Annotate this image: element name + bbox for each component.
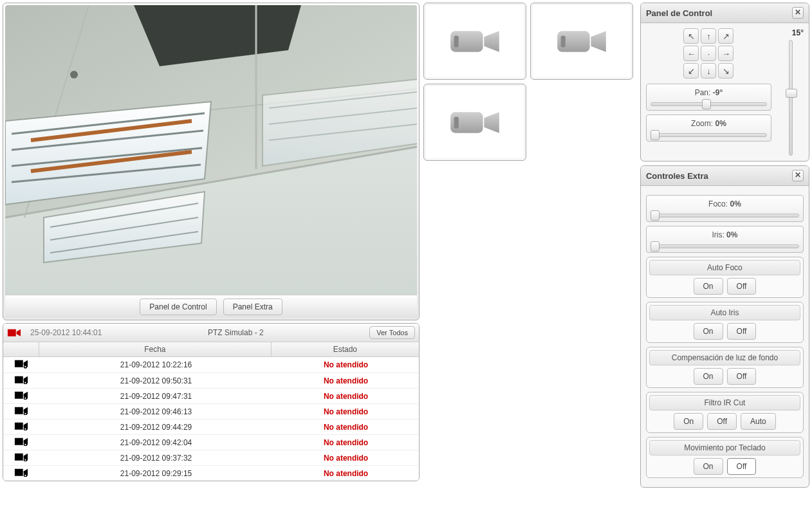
tilt-slider[interactable] [789, 40, 793, 156]
foco-slider[interactable] [651, 211, 799, 219]
zoom-value: 0% [715, 119, 726, 128]
auto-foco-on-button[interactable]: On [694, 278, 723, 295]
svg-marker-49 [484, 112, 499, 133]
svg-rect-42 [454, 35, 459, 47]
ptz-center-button[interactable]: · [701, 46, 716, 61]
table-row[interactable]: 21-09-2012 09:46:13No atendido [3, 403, 419, 419]
ptz-left-button[interactable]: ← [683, 46, 699, 61]
ptz-right-button[interactable]: → [718, 46, 734, 61]
keyboard-off-button[interactable]: Off [727, 458, 757, 475]
backlight-panel: Compensación de luz de fondo On Off [646, 347, 804, 388]
ptz-up-right-button[interactable]: ↗ [718, 28, 734, 44]
events-body: 21-09-2012 10:22:16No atendido21-09-2012… [3, 357, 419, 481]
event-date: 21-09-2012 09:44:29 [39, 423, 273, 432]
event-icon [3, 468, 39, 479]
svg-point-28 [24, 382, 26, 383]
extra-controls-close-icon[interactable]: ✕ [792, 170, 804, 181]
event-status: No atendido [273, 438, 419, 447]
zoom-label: Zoom: [691, 119, 713, 128]
zoom-slider[interactable] [651, 131, 767, 138]
table-row[interactable]: 21-09-2012 10:22:16No atendido [3, 357, 419, 373]
camera-icon [446, 105, 504, 140]
ircut-off-button[interactable]: Off [707, 413, 737, 430]
svg-marker-46 [591, 31, 605, 51]
foco-label: Foco: [708, 199, 728, 208]
event-date: 21-09-2012 09:47:31 [39, 392, 273, 401]
foco-control: Foco: 0% [646, 195, 804, 222]
iris-label: Iris: [712, 230, 724, 239]
keyboard-move-title: Movimiento por Teclado [649, 440, 800, 456]
auto-foco-title: Auto Foco [649, 260, 800, 275]
table-row[interactable]: 21-09-2012 09:42:04No atendido [3, 434, 419, 450]
auto-iris-title: Auto Iris [649, 305, 800, 320]
video-toolbar: Panel de Control Panel Extra [5, 295, 417, 318]
event-date: 21-09-2012 09:46:13 [39, 407, 273, 416]
table-row[interactable]: 21-09-2012 09:47:31No atendido [3, 388, 419, 403]
svg-point-34 [24, 428, 26, 429]
main-video-panel: Panel de Control Panel Extra [3, 3, 420, 320]
keyboard-on-button[interactable]: On [694, 458, 723, 475]
event-status: No atendido [273, 469, 419, 478]
keyboard-move-panel: Movimiento por Teclado On Off [646, 437, 804, 478]
main-video: Panel de Control Panel Extra [5, 5, 417, 318]
svg-marker-43 [484, 31, 499, 51]
ver-todos-button[interactable]: Ver Todos [369, 326, 415, 339]
table-row[interactable]: 21-09-2012 09:29:15No atendido [3, 465, 419, 481]
panel-extra-button[interactable]: Panel Extra [223, 299, 282, 315]
event-date: 21-09-2012 09:37:32 [39, 454, 273, 463]
svg-rect-45 [561, 35, 566, 47]
panel-control-button[interactable]: Panel de Control [140, 299, 216, 315]
pan-value: -9° [713, 88, 723, 97]
event-status: No atendido [273, 376, 419, 385]
ircut-panel: Filtro IR Cut On Off Auto [646, 392, 804, 433]
auto-foco-panel: Auto Foco On Off [646, 257, 804, 298]
ptz-down-right-button[interactable]: ↘ [718, 63, 734, 78]
auto-foco-off-button[interactable]: Off [727, 278, 757, 295]
camera-thumbnail[interactable] [530, 3, 633, 80]
zoom-control: Zoom: 0% [646, 115, 771, 142]
event-date: 21-09-2012 10:22:16 [39, 360, 273, 369]
ircut-title: Filtro IR Cut [649, 395, 800, 410]
event-status: No atendido [273, 454, 419, 463]
event-date: 21-09-2012 09:29:15 [39, 469, 273, 478]
pan-slider[interactable] [651, 100, 767, 107]
auto-iris-on-button[interactable]: On [694, 323, 723, 340]
backlight-off-button[interactable]: Off [727, 368, 757, 385]
event-status: No atendido [273, 407, 419, 416]
event-icon [3, 359, 39, 371]
table-row[interactable]: 21-09-2012 09:50:31No atendido [3, 373, 419, 388]
ptz-up-left-button[interactable]: ↖ [683, 28, 699, 44]
control-panel-close-icon[interactable]: ✕ [792, 7, 804, 19]
ptz-down-left-button[interactable]: ↙ [683, 63, 699, 78]
camera-icon [446, 24, 504, 59]
iris-value: 0% [726, 230, 737, 239]
control-panel-header: Panel de Control ✕ [641, 3, 809, 23]
extra-controls-window: Controles Extra ✕ Foco: 0% Iris: 0% [640, 165, 809, 488]
ircut-on-button[interactable]: On [674, 413, 703, 430]
svg-point-30 [24, 397, 26, 398]
backlight-title: Compensación de luz de fondo [649, 350, 800, 365]
control-panel-title: Panel de Control [646, 8, 712, 18]
ptz-direction-pad: ↖ ↑ ↗ ← · → ↙ ↓ ↘ [646, 28, 771, 78]
event-status: No atendido [273, 360, 419, 369]
ptz-up-button[interactable]: ↑ [701, 28, 716, 44]
svg-point-32 [24, 412, 26, 414]
foco-value: 0% [730, 199, 741, 208]
auto-iris-off-button[interactable]: Off [727, 323, 757, 340]
event-date: 21-09-2012 09:50:31 [39, 376, 273, 385]
ircut-auto-button[interactable]: Auto [741, 413, 776, 430]
camera-thumbnail[interactable] [423, 84, 526, 161]
ptz-down-button[interactable]: ↓ [701, 63, 716, 78]
table-row[interactable]: 21-09-2012 09:37:32No atendido [3, 450, 419, 465]
backlight-on-button[interactable]: On [694, 368, 723, 385]
event-icon [3, 452, 39, 464]
svg-point-40 [24, 474, 26, 475]
table-row[interactable]: 21-09-2012 09:44:29No atendido [3, 419, 419, 434]
camera-thumbnail[interactable] [423, 3, 526, 80]
iris-slider[interactable] [651, 242, 799, 250]
events-header: 25-09-2012 10:44:01 PTZ Simulab - 2 Ver … [3, 324, 419, 342]
svg-point-22 [70, 71, 78, 78]
event-date: 21-09-2012 09:42:04 [39, 438, 273, 447]
auto-iris-panel: Auto Iris On Off [646, 302, 804, 343]
events-col-fecha: Fecha [39, 342, 272, 356]
